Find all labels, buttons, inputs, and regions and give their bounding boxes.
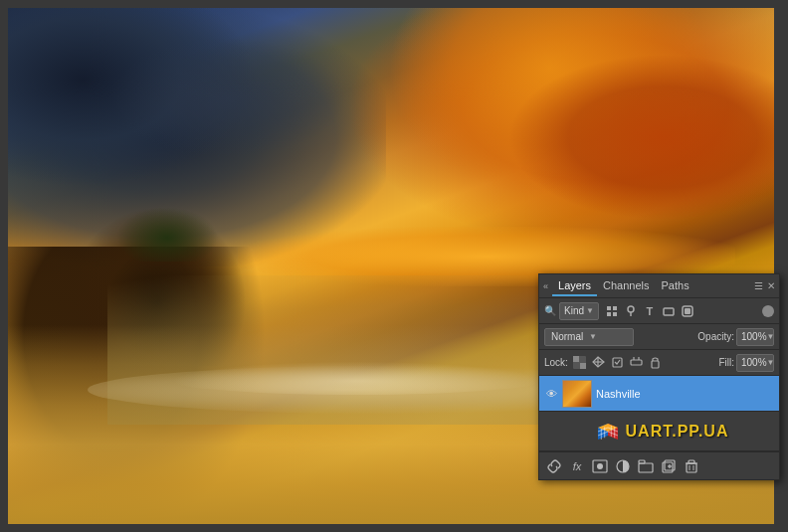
- new-group-button[interactable]: [636, 456, 656, 476]
- layer-visibility-toggle[interactable]: 👁: [544, 387, 558, 401]
- add-adjustment-button[interactable]: [613, 456, 633, 476]
- lock-move-icon[interactable]: [591, 355, 607, 371]
- lock-icons-group: [572, 355, 664, 371]
- filter-icons-group: T: [604, 303, 695, 319]
- filter-toggle[interactable]: [762, 305, 774, 317]
- svg-rect-41: [689, 460, 694, 463]
- svg-rect-2: [607, 312, 611, 316]
- brush-filter-icon[interactable]: [623, 303, 639, 319]
- shape-filter-icon[interactable]: [661, 303, 677, 319]
- fill-input[interactable]: 100% ▼: [736, 354, 774, 372]
- lock-checkerboard-icon[interactable]: [572, 355, 588, 371]
- lock-row: Lock: Fill:: [539, 350, 779, 376]
- blend-chevron-icon: ▼: [589, 332, 627, 341]
- search-icon: 🔍: [544, 305, 556, 316]
- fx-button[interactable]: fx: [567, 456, 587, 476]
- svg-rect-0: [607, 306, 611, 310]
- svg-rect-1: [613, 306, 617, 310]
- svg-rect-8: [685, 308, 690, 314]
- layer-name: Nashville: [596, 388, 774, 400]
- svg-rect-3: [613, 312, 617, 316]
- text-filter-icon[interactable]: T: [642, 303, 658, 319]
- chevron-down-icon: ▼: [586, 306, 594, 315]
- fire-clouds-dark: [495, 48, 774, 227]
- panel-tabs: Layers Channels Paths: [552, 276, 754, 296]
- tab-channels[interactable]: Channels: [597, 276, 655, 296]
- filter-row: 🔍 Kind ▼ T: [539, 298, 779, 324]
- fill-label: Fill:: [718, 357, 734, 368]
- link-layers-button[interactable]: [544, 456, 564, 476]
- watermark-text: UART.PP.UA: [626, 423, 729, 441]
- svg-rect-15: [631, 360, 642, 365]
- svg-rect-10: [573, 356, 579, 362]
- blend-mode-dropdown[interactable]: Normal ▼: [544, 328, 634, 346]
- delete-layer-button[interactable]: [682, 456, 701, 476]
- svg-rect-11: [580, 363, 586, 369]
- pixel-filter-icon[interactable]: [604, 303, 620, 319]
- layer-item-nashville[interactable]: 👁 Nashville: [539, 376, 779, 412]
- svg-rect-39: [687, 463, 696, 472]
- tab-layers[interactable]: Layers: [552, 276, 597, 296]
- cloud-dark-1: [88, 28, 366, 167]
- wave-foam: [157, 360, 555, 395]
- tab-paths[interactable]: Paths: [656, 276, 695, 296]
- blend-mode-row: Normal ▼ Opacity: 100% ▼: [539, 324, 779, 350]
- layers-panel: « Layers Channels Paths ☰ ✕ 🔍 Kind ▼ T: [538, 273, 780, 480]
- layer-thumbnail: [562, 380, 592, 408]
- opacity-label: Opacity:: [697, 331, 734, 342]
- svg-point-4: [628, 306, 634, 312]
- fx-label: fx: [573, 460, 582, 472]
- lock-all-icon[interactable]: [648, 355, 664, 371]
- smart-filter-icon[interactable]: [680, 303, 695, 319]
- filter-kind-dropdown[interactable]: Kind ▼: [559, 302, 599, 320]
- add-mask-button[interactable]: [590, 456, 610, 476]
- watermark-area: UART.PP.UA: [539, 412, 779, 451]
- svg-rect-6: [664, 308, 674, 315]
- lock-label: Lock:: [544, 357, 568, 368]
- fill-chevron-icon: ▼: [767, 358, 775, 367]
- collapse-arrows-icon[interactable]: «: [543, 281, 548, 291]
- opacity-chevron-icon: ▼: [767, 332, 775, 341]
- new-layer-button[interactable]: [659, 456, 679, 476]
- lock-transform-icon[interactable]: [610, 355, 626, 371]
- svg-rect-34: [639, 460, 645, 463]
- fill-group: Fill: 100% ▼: [718, 354, 774, 372]
- svg-rect-18: [652, 361, 659, 368]
- opacity-input[interactable]: 100% ▼: [736, 328, 774, 346]
- panel-title-bar: « Layers Channels Paths ☰ ✕: [539, 274, 779, 298]
- svg-rect-33: [639, 463, 653, 472]
- opacity-group: Opacity: 100% ▼: [697, 328, 774, 346]
- rubiks-cube-icon: [594, 418, 622, 445]
- lock-artboard-icon[interactable]: [629, 355, 645, 371]
- panel-bottom-bar: fx: [539, 451, 779, 479]
- svg-point-31: [597, 463, 603, 469]
- trees: [107, 202, 227, 262]
- panel-close-button[interactable]: ✕: [767, 280, 775, 291]
- panel-menu-icon[interactable]: ☰: [754, 280, 763, 291]
